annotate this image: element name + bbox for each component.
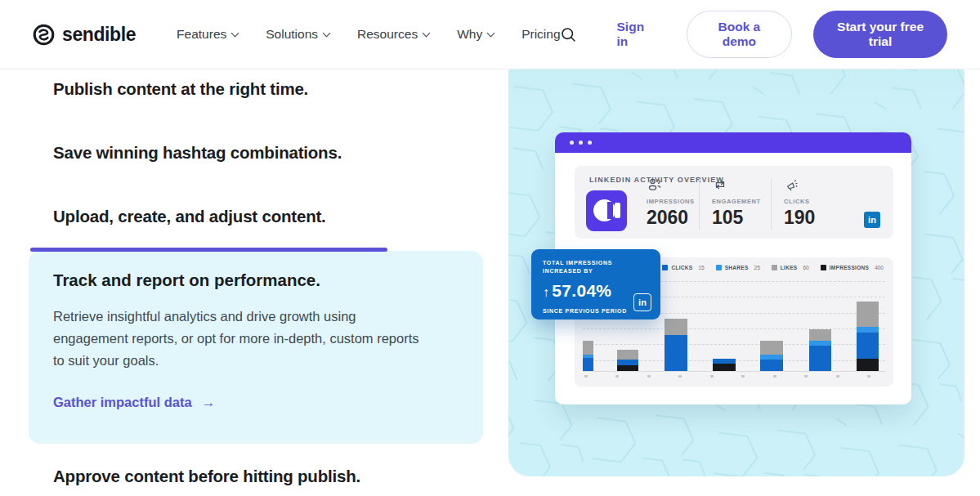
bar-segment-impressions <box>617 365 638 371</box>
stacked-bar-3 <box>665 319 687 371</box>
legend-value: 400 <box>875 265 884 270</box>
bar-segment-clicks <box>583 358 593 371</box>
feature-item-upload[interactable]: Upload, create, and adjust content. <box>53 207 326 226</box>
linkedin-overview-card: LINKEDIN ACTIVITY OVERVIEW IMPRESSIONS20… <box>575 166 893 239</box>
search-icon[interactable] <box>561 27 576 42</box>
stat-value: 105 <box>712 207 769 229</box>
nav-item-label: Features <box>177 27 226 42</box>
legend-swatch <box>662 265 668 270</box>
bar-segment-likes <box>583 341 593 355</box>
nav-item-why[interactable]: Why <box>457 27 494 42</box>
stacked-bar-1 <box>583 341 593 371</box>
accordion-progress-bar <box>30 248 387 252</box>
nav-item-label: Pricing <box>521 27 560 42</box>
repeat-icon <box>712 181 728 194</box>
x-tick <box>710 375 714 378</box>
nav-item-label: Resources <box>357 27 418 42</box>
profile-glyph-notch <box>607 202 613 219</box>
legend-label: IMPRESSIONS <box>830 265 869 270</box>
stat-engagement: ENGAGEMENT105 <box>712 177 769 229</box>
bar-segment-likes <box>809 329 831 341</box>
bar-segment-likes <box>760 341 783 355</box>
megaphone-icon <box>784 181 800 194</box>
brand-name: sendible <box>62 24 136 46</box>
stacked-bar-6 <box>809 329 831 371</box>
x-tick <box>678 375 682 378</box>
chevron-down-icon <box>231 29 239 37</box>
gather-data-label: Gather impactful data <box>53 395 192 410</box>
stats-divider <box>699 179 700 230</box>
stat-label: ENGAGEMENT <box>712 198 769 205</box>
x-tick <box>867 375 870 378</box>
active-feature-title: Track and report on performance. <box>53 270 320 290</box>
active-feature-description: Retrieve insightful analytics and drive … <box>53 306 425 372</box>
arrow-right-icon: → <box>202 395 216 410</box>
x-tick <box>647 375 651 378</box>
feature-item-publish[interactable]: Publish content at the right time. <box>53 79 308 99</box>
gridline <box>583 328 885 329</box>
people-icon <box>647 181 663 194</box>
x-tick <box>615 375 619 378</box>
legend-label: CLICKS <box>671 265 692 270</box>
bar-segment-impressions <box>857 359 879 371</box>
nav-item-features[interactable]: Features <box>177 27 238 42</box>
stat-label: CLICKS <box>784 198 841 205</box>
linkedin-icon: in <box>864 212 880 228</box>
stats-divider <box>771 179 772 230</box>
legend-swatch <box>772 265 777 270</box>
stat-value: 190 <box>784 207 841 229</box>
highlight-line1: TOTAL IMPRESSIONS <box>543 259 651 267</box>
sendible-logo-icon <box>33 24 55 46</box>
chevron-down-icon <box>487 29 495 37</box>
sign-in-link[interactable]: Sign in <box>617 20 652 49</box>
chart-legend: CLICKS15SHARES25LIKES60IMPRESSIONS400 <box>662 265 884 270</box>
nav-item-resources[interactable]: Resources <box>357 27 429 42</box>
bar-segment-impressions <box>713 364 736 371</box>
arrow-up-icon: ↑ <box>543 285 549 299</box>
window-dot <box>579 141 583 145</box>
legend-item-likes: LIKES60 <box>772 265 809 270</box>
legend-item-clicks: CLICKS15 <box>662 265 704 270</box>
book-demo-button[interactable]: Book a demo <box>687 11 792 58</box>
stacked-bar-4 <box>713 359 736 371</box>
start-trial-button[interactable]: Start your free trial <box>813 11 947 58</box>
gridline <box>583 344 885 345</box>
legend-value: 60 <box>803 265 808 270</box>
bar-segment-clicks <box>809 346 831 371</box>
highlight-line2: INCREASED BY <box>543 267 651 275</box>
legend-label: LIKES <box>781 265 798 270</box>
window-dot <box>570 141 574 145</box>
gather-data-link[interactable]: Gather impactful data → <box>53 395 215 410</box>
stat-clicks: CLICKS190 <box>784 177 841 229</box>
nav-right-cluster: Sign in Book a demo Start your free tria… <box>561 11 947 58</box>
feature-item-approve[interactable]: Approve content before hitting publish. <box>53 467 360 486</box>
sendible-logo[interactable]: sendible <box>33 24 136 46</box>
legend-value: 25 <box>754 265 760 270</box>
browser-title-bar <box>555 132 911 153</box>
x-tick <box>804 375 808 378</box>
nav-item-solutions[interactable]: Solutions <box>266 27 329 42</box>
bar-segment-shares <box>857 327 879 333</box>
stacked-bar-2 <box>617 350 638 371</box>
bar-segment-likes <box>665 319 687 335</box>
profile-glyph-pill <box>615 203 620 218</box>
chart-x-axis <box>583 371 885 372</box>
legend-item-shares: SHARES25 <box>716 265 760 270</box>
bar-segment-clicks <box>665 335 687 371</box>
stacked-bar-7 <box>857 302 879 371</box>
nav-item-pricing[interactable]: Pricing <box>521 27 560 42</box>
linkedin-outline-icon: in <box>633 293 651 311</box>
impressions-highlight-card: TOTAL IMPRESSIONS INCREASED BY ↑57.04% S… <box>531 249 660 319</box>
bar-segment-likes <box>857 302 879 327</box>
illustration-panel: LINKEDIN ACTIVITY OVERVIEW IMPRESSIONS20… <box>508 69 964 476</box>
feature-item-hashtags[interactable]: Save winning hashtag combinations. <box>53 143 342 163</box>
profile-tile <box>586 190 627 231</box>
bar-segment-likes <box>617 350 638 360</box>
stat-impressions: IMPRESSIONS2060 <box>647 177 704 229</box>
legend-swatch <box>716 265 722 270</box>
bar-segment-clicks <box>617 360 638 365</box>
chevron-down-icon <box>423 29 431 37</box>
stat-value: 2060 <box>647 207 704 229</box>
nav-item-label: Solutions <box>266 27 318 42</box>
x-tick <box>836 375 839 378</box>
